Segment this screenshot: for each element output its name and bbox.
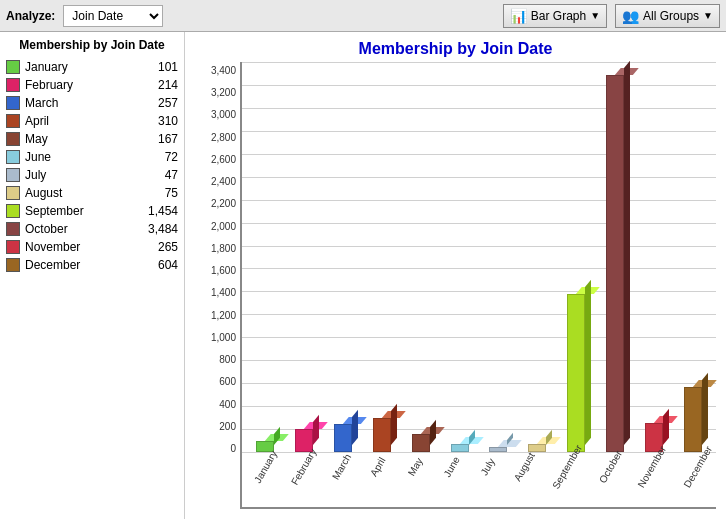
legend-item-value: 1,454: [143, 204, 178, 218]
legend-item-name: February: [25, 78, 138, 92]
legend-item-value: 310: [143, 114, 178, 128]
x-axis-label: November: [624, 452, 670, 507]
x-axis-label: January: [242, 452, 279, 507]
y-axis-label: 1,400: [211, 288, 236, 298]
y-axis-label: 2,400: [211, 177, 236, 187]
legend-item: April 310: [4, 112, 180, 130]
x-axis-label: October: [587, 452, 624, 507]
groups-dropdown-icon: ▼: [703, 10, 713, 21]
legend-item: July 47: [4, 166, 180, 184]
legend-item-name: August: [25, 186, 138, 200]
chart-type-button[interactable]: 📊 Bar Graph ▼: [503, 4, 607, 28]
x-axis-label: March: [319, 452, 356, 507]
bar-front: [606, 75, 624, 452]
legend-item-name: October: [25, 222, 138, 236]
groups-label: All Groups: [643, 9, 699, 23]
y-axis-label: 2,800: [211, 133, 236, 143]
bar-3d: [373, 418, 391, 452]
legend-color-swatch: [6, 60, 20, 74]
legend-item-name: September: [25, 204, 138, 218]
legend-item: September 1,454: [4, 202, 180, 220]
legend-item-value: 3,484: [143, 222, 178, 236]
chart-title: Membership by Join Date: [195, 40, 716, 58]
legend-item: June 72: [4, 148, 180, 166]
y-axis-label: 800: [219, 355, 236, 365]
y-axis-label: 1,200: [211, 311, 236, 321]
y-axis-label: 2,000: [211, 222, 236, 232]
bar-side: [624, 60, 630, 445]
legend-item-value: 47: [143, 168, 178, 182]
legend-item-name: January: [25, 60, 138, 74]
chart-area: Membership by Join Date 3,4003,2003,0002…: [185, 32, 726, 519]
chart-type-dropdown-icon: ▼: [590, 10, 600, 21]
legend-item: October 3,484: [4, 220, 180, 238]
bar-3d: [567, 294, 585, 452]
legend-color-swatch: [6, 96, 20, 110]
legend-panel: Membership by Join Date January 101 Febr…: [0, 32, 185, 519]
y-axis-label: 3,200: [211, 88, 236, 98]
y-axis-label: 2,200: [211, 199, 236, 209]
legend-color-swatch: [6, 150, 20, 164]
legend-item: February 214: [4, 76, 180, 94]
bar-3d: [334, 424, 352, 452]
bar-chart-icon: 📊: [510, 8, 527, 24]
bar-3d: [684, 387, 702, 452]
groups-button[interactable]: 👥 All Groups ▼: [615, 4, 720, 28]
y-axis-label: 200: [219, 422, 236, 432]
legend-item: August 75: [4, 184, 180, 202]
legend-item-name: March: [25, 96, 138, 110]
legend-item: March 257: [4, 94, 180, 112]
legend-item-name: December: [25, 258, 138, 272]
legend-color-swatch: [6, 186, 20, 200]
bar-3d: [451, 444, 469, 452]
bar-side: [430, 420, 436, 445]
y-axis-label: 0: [230, 444, 236, 454]
bar-group: [246, 441, 285, 452]
chart-type-label: Bar Graph: [531, 9, 586, 23]
top-bar: Analyze: Join Date 📊 Bar Graph ▼ 👥 All G…: [0, 0, 726, 32]
legend-item-value: 167: [143, 132, 178, 146]
bar-front: [567, 294, 585, 452]
x-axis-label: June: [428, 452, 465, 507]
bar-3d: [606, 75, 624, 452]
legend-item-name: April: [25, 114, 138, 128]
x-axis-label: July: [465, 452, 502, 507]
bar-3d: [528, 444, 546, 452]
legend-item-value: 101: [143, 60, 178, 74]
y-axis: 3,4003,2003,0002,8002,6002,4002,2002,000…: [195, 62, 240, 509]
y-axis-label: 2,600: [211, 155, 236, 165]
bar-group: [634, 423, 673, 452]
bar-side: [313, 415, 319, 445]
legend-color-swatch: [6, 204, 20, 218]
x-axis-label: April: [355, 452, 392, 507]
legend-item-value: 257: [143, 96, 178, 110]
bar-group: [440, 444, 479, 452]
bar-group: [401, 434, 440, 452]
legend-color-swatch: [6, 240, 20, 254]
legend-color-swatch: [6, 168, 20, 182]
bar-front: [684, 387, 702, 452]
legend-color-swatch: [6, 78, 20, 92]
chart-container: 3,4003,2003,0002,8002,6002,4002,2002,000…: [195, 62, 716, 509]
analyze-select[interactable]: Join Date: [63, 5, 163, 27]
bars-wrapper: [242, 62, 716, 507]
legend-color-swatch: [6, 132, 20, 146]
y-axis-label: 3,000: [211, 110, 236, 120]
x-axis-label: September: [538, 452, 587, 507]
bar-side: [702, 372, 708, 445]
bar-side: [585, 280, 591, 445]
legend-item-name: July: [25, 168, 138, 182]
legend-item: December 604: [4, 256, 180, 274]
legend-color-swatch: [6, 222, 20, 236]
bar-side: [274, 427, 280, 445]
x-axis-label: May: [392, 452, 429, 507]
y-axis-label: 1,800: [211, 244, 236, 254]
y-axis-label: 1,600: [211, 266, 236, 276]
chart-plot: JanuaryFebruaryMarchAprilMayJuneJulyAugu…: [240, 62, 716, 509]
bar-group: [362, 418, 401, 452]
bar-front: [334, 424, 352, 452]
bar-front: [412, 434, 430, 452]
analyze-label: Analyze:: [6, 9, 55, 23]
x-labels: JanuaryFebruaryMarchAprilMayJuneJulyAugu…: [242, 452, 716, 507]
bar-group: [518, 444, 557, 452]
